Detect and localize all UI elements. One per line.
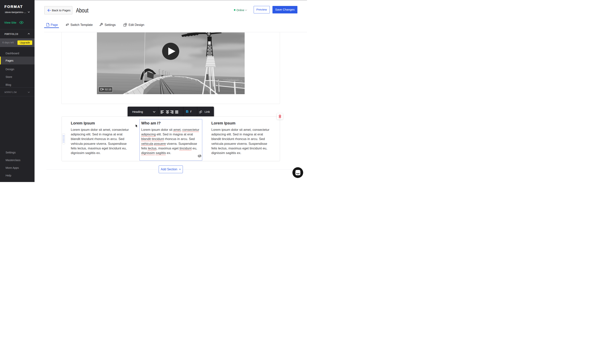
- svg-text:02:15: 02:15: [105, 88, 111, 91]
